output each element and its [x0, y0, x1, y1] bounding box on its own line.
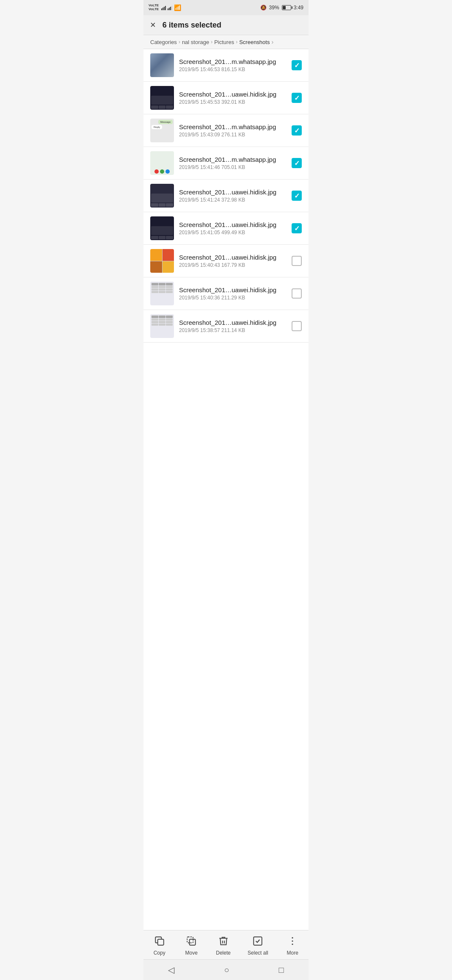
move-icon [186, 936, 197, 948]
file-thumbnail [150, 184, 174, 208]
more-label: More [287, 950, 298, 956]
file-item[interactable]: Screenshot_201…uawei.hidisk.jpg 2019/9/5… [143, 212, 309, 245]
breadcrumb-sep-2: › [211, 39, 212, 45]
file-list: Screenshot_201…m.whatsapp.jpg 2019/9/5 1… [143, 49, 309, 930]
file-checkbox[interactable] [292, 158, 302, 168]
file-meta: 2019/9/5 15:40:43 167.79 KB [179, 262, 287, 268]
file-name: Screenshot_201…uawei.hidisk.jpg [179, 254, 287, 261]
file-thumbnail [150, 282, 174, 305]
file-thumbnail [150, 151, 174, 175]
file-meta: 2019/9/5 15:38:57 211.14 KB [179, 327, 287, 333]
breadcrumb-pictures[interactable]: Pictures [214, 39, 234, 45]
file-checkbox[interactable] [292, 125, 302, 136]
breadcrumb-sep-3: › [236, 39, 237, 45]
breadcrumb: Categories › nal storage › Pictures › Sc… [143, 35, 309, 49]
file-meta: 2019/9/5 15:41:46 705.01 KB [179, 164, 287, 170]
volte-indicators: VoLTE VoLTE [149, 4, 159, 11]
bottom-toolbar: Copy Move Delete Select al [143, 930, 309, 959]
file-meta: 2019/9/5 15:41:05 499.49 KB [179, 230, 287, 235]
svg-point-4 [292, 937, 293, 938]
thumb-grid [150, 249, 174, 273]
file-info: Screenshot_201…m.whatsapp.jpg 2019/9/5 1… [179, 156, 287, 170]
file-info: Screenshot_201…uawei.hidisk.jpg 2019/9/5… [179, 188, 287, 203]
file-meta: 2019/9/5 15:41:24 372.98 KB [179, 197, 287, 203]
selection-title: 6 items selected [163, 21, 221, 30]
breadcrumb-screenshots[interactable]: Screenshots [239, 39, 270, 45]
file-item[interactable]: Screenshot_201…uawei.hidisk.jpg 2019/9/5… [143, 277, 309, 310]
file-name: Screenshot_201…uawei.hidisk.jpg [179, 221, 287, 228]
file-item[interactable]: Screenshot_201…uawei.hidisk.jpg 2019/9/5… [143, 180, 309, 212]
delete-icon [218, 936, 229, 948]
breadcrumb-categories[interactable]: Categories [150, 39, 177, 45]
file-item[interactable]: Screenshot_201…uawei.hidisk.jpg 2019/9/5… [143, 82, 309, 114]
file-item[interactable]: Screenshot_201…uawei.hidisk.jpg 2019/9/5… [143, 245, 309, 277]
delete-button[interactable]: Delete [211, 934, 236, 958]
file-item[interactable]: Message Reply Screenshot_201…m.whatsapp.… [143, 114, 309, 147]
file-checkbox[interactable] [292, 93, 302, 103]
navigation-bar: ◁ ○ □ [143, 959, 309, 980]
file-item[interactable]: Screenshot_201…uawei.hidisk.jpg 2019/9/5… [143, 310, 309, 343]
file-name: Screenshot_201…uawei.hidisk.jpg [179, 188, 287, 196]
file-info: Screenshot_201…uawei.hidisk.jpg 2019/9/5… [179, 221, 287, 235]
svg-rect-1 [187, 937, 193, 943]
more-button[interactable]: More [280, 934, 305, 958]
status-bar: VoLTE VoLTE 📶 🔕 39% [143, 0, 309, 15]
back-nav-button[interactable]: ◁ [160, 963, 183, 977]
file-thumbnail [150, 216, 174, 240]
file-name: Screenshot_201…uawei.hidisk.jpg [179, 91, 287, 98]
wifi-icon: 📶 [174, 4, 181, 11]
copy-icon [154, 936, 165, 948]
volte2-label: VoLTE [149, 8, 159, 11]
file-thumbnail: Message Reply [150, 119, 174, 142]
file-name: Screenshot_201…uawei.hidisk.jpg [179, 286, 287, 293]
file-info: Screenshot_201…uawei.hidisk.jpg 2019/9/5… [179, 254, 287, 268]
breadcrumb-more-arrow: › [271, 39, 273, 45]
file-info: Screenshot_201…uawei.hidisk.jpg 2019/9/5… [179, 91, 287, 105]
file-name: Screenshot_201…m.whatsapp.jpg [179, 123, 287, 130]
battery-icon [282, 5, 291, 10]
file-checkbox[interactable] [292, 256, 302, 266]
file-checkbox[interactable] [292, 223, 302, 233]
file-info: Screenshot_201…uawei.hidisk.jpg 2019/9/5… [179, 319, 287, 333]
copy-button[interactable]: Copy [147, 934, 172, 958]
svg-point-6 [292, 944, 293, 945]
file-checkbox[interactable] [292, 60, 302, 70]
more-icon [287, 936, 298, 948]
breadcrumb-storage[interactable]: nal storage [182, 39, 209, 45]
select-all-label: Select all [248, 950, 268, 956]
select-all-icon [252, 936, 263, 948]
file-meta: 2019/9/5 15:46:53 816.15 KB [179, 66, 287, 72]
signal-bar-2 [168, 5, 172, 10]
signal-icons: 📶 [161, 4, 181, 11]
file-item[interactable]: Screenshot_201…m.whatsapp.jpg 2019/9/5 1… [143, 49, 309, 82]
file-thumbnail [150, 249, 174, 273]
svg-point-5 [292, 940, 293, 941]
battery-percent: 39% [269, 5, 279, 11]
file-info: Screenshot_201…m.whatsapp.jpg 2019/9/5 1… [179, 123, 287, 138]
svg-rect-2 [190, 939, 196, 945]
recent-nav-button[interactable]: □ [270, 963, 292, 977]
status-left: VoLTE VoLTE 📶 [149, 4, 181, 11]
header: × 6 items selected [143, 15, 309, 35]
svg-rect-3 [254, 937, 262, 945]
mute-icon: 🔕 [260, 5, 267, 11]
file-checkbox[interactable] [292, 288, 302, 299]
copy-label: Copy [154, 950, 165, 956]
file-checkbox[interactable] [292, 191, 302, 201]
file-info: Screenshot_201…uawei.hidisk.jpg 2019/9/5… [179, 286, 287, 301]
file-thumbnail [150, 314, 174, 338]
file-checkbox[interactable] [292, 321, 302, 331]
breadcrumb-sep-1: › [179, 39, 180, 45]
file-meta: 2019/9/5 15:43:09 276.11 KB [179, 132, 287, 138]
file-thumbnail [150, 53, 174, 77]
file-name: Screenshot_201…m.whatsapp.jpg [179, 156, 287, 163]
home-nav-button[interactable]: ○ [215, 963, 237, 977]
select-all-button[interactable]: Select all [243, 934, 273, 958]
move-label: Move [185, 950, 198, 956]
move-button[interactable]: Move [179, 934, 204, 958]
close-button[interactable]: × [150, 20, 156, 30]
svg-rect-0 [157, 939, 163, 945]
file-info: Screenshot_201…m.whatsapp.jpg 2019/9/5 1… [179, 58, 287, 72]
file-item[interactable]: Screenshot_201…m.whatsapp.jpg 2019/9/5 1… [143, 147, 309, 180]
file-meta: 2019/9/5 15:40:36 211.29 KB [179, 295, 287, 301]
